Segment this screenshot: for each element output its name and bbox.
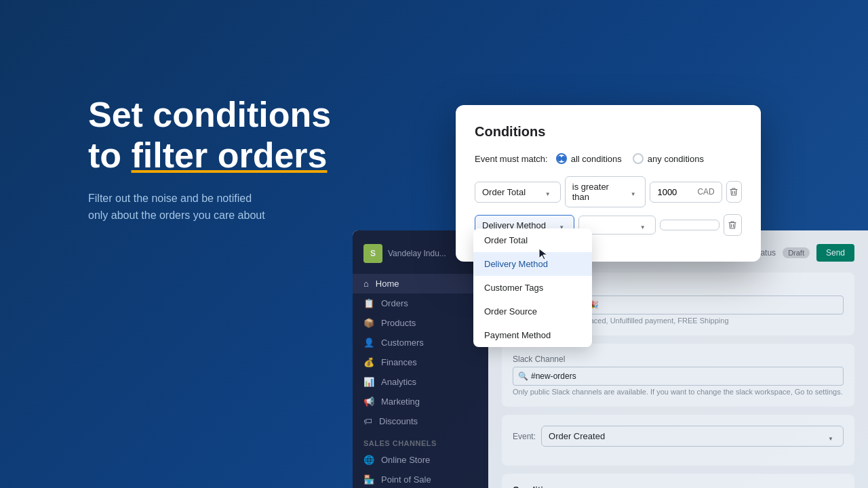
dropdown-item-customer-tags[interactable]: Customer Tags (473, 276, 592, 300)
subtext-line2: only about the orders you care about (88, 209, 265, 221)
all-conditions-radio-circle[interactable] (556, 153, 567, 164)
shopify-panel: S Vandelay Indu... ⌂ Home 📋 Orders 📦 Pro… (353, 230, 868, 488)
pos-label: Point of Sale (381, 474, 431, 485)
event-value: Order Created (549, 431, 605, 441)
home-icon: ⌂ (363, 279, 369, 289)
sidebar-store: Vandelay Indu... (388, 249, 446, 258)
slack-channel-section: Slack Channel 🔍 Only public Slack channe… (502, 344, 854, 407)
sidebar: S Vandelay Indu... ⌂ Home 📋 Orders 📦 Pro… (353, 230, 488, 488)
chevron-down-icon-4 (640, 221, 648, 229)
sidebar-item-marketing[interactable]: 📢 Marketing (353, 392, 488, 411)
condition-value-input-1[interactable] (657, 187, 694, 197)
headline-highlight: filter orders (132, 136, 328, 175)
any-conditions-radio-btn[interactable]: any conditions (633, 153, 704, 164)
all-conditions-radio-btn[interactable]: all conditions (556, 153, 622, 164)
event-section: Event: Order Created (502, 415, 854, 466)
radio-group: all conditions any conditions (556, 153, 704, 164)
event-label: Event: (513, 432, 536, 441)
slack-channel-input-wrap: 🔍 (513, 367, 844, 386)
customers-icon: 👤 (363, 338, 374, 348)
sidebar-item-discounts[interactable]: 🏷 Discounts (353, 411, 488, 431)
headline: Set conditions to filter orders (88, 95, 414, 176)
sidebar-item-customers[interactable]: 👤 Customers (353, 333, 488, 352)
sidebar-item-products-label: Products (381, 318, 416, 328)
chevron-down-icon-1 (545, 188, 553, 196)
sidebar-item-online-store[interactable]: 🌐 Online Store (353, 450, 488, 470)
slack-channel-label: Slack Channel (513, 354, 844, 364)
send-button[interactable]: Send (816, 244, 854, 262)
products-icon: 📦 (363, 318, 374, 328)
delete-condition-2-button[interactable] (724, 214, 742, 236)
sidebar-item-products[interactable]: 📦 Products (353, 313, 488, 333)
sidebar-item-marketing-label: Marketing (381, 396, 420, 407)
sidebar-item-finances[interactable]: 💰 Finances (353, 352, 488, 372)
condition-row-1: Order Total is greater than CAD (475, 176, 742, 207)
marketing-icon: 📢 (363, 396, 374, 407)
chevron-down-icon (828, 432, 836, 441)
trash-icon (729, 187, 738, 197)
pos-icon: 🏪 (363, 474, 374, 485)
search-icon: 🔍 (518, 371, 528, 381)
trash-icon-2 (728, 220, 737, 230)
conditions-title: Conditions (513, 485, 844, 488)
slack-channel-input[interactable] (513, 367, 844, 386)
event-select[interactable]: Order Created (541, 426, 844, 447)
event-match-label: Event must match: (475, 154, 548, 164)
modal-title: Conditions (475, 124, 742, 140)
dropdown-item-order-source[interactable]: Order Source (473, 300, 592, 323)
condition-operator-1[interactable]: is greater than (565, 176, 646, 207)
sidebar-item-analytics-label: Analytics (381, 377, 416, 387)
sidebar-item-discounts-label: Discounts (379, 416, 418, 426)
conditions-section: Conditions Send alerts when All conditio… (502, 474, 854, 488)
currency-code-1: CAD (697, 187, 714, 197)
analytics-icon: 📊 (363, 377, 374, 387)
left-section: Set conditions to filter orders Filter o… (88, 95, 414, 224)
sidebar-item-orders-label: Orders (381, 298, 408, 308)
shopify-logo: S (363, 244, 382, 263)
condition-value-1[interactable]: CAD (650, 182, 722, 203)
headline-line1: Set conditions (88, 95, 331, 134)
dropdown-item-payment-method[interactable]: Payment Method (473, 323, 592, 347)
headline-line2: to (88, 136, 132, 175)
dropdown-item-order-total[interactable]: Order Total (473, 228, 592, 252)
online-store-icon: 🌐 (363, 455, 374, 465)
sales-channels-label: Sales channels (353, 431, 488, 450)
condition-field-1[interactable]: Order Total (475, 182, 561, 203)
dropdown-item-delivery-method[interactable]: Delivery Method (473, 252, 592, 276)
finances-icon: 💰 (363, 357, 374, 367)
all-conditions-radio-label: all conditions (571, 154, 622, 164)
sidebar-item-home[interactable]: ⌂ Home (353, 274, 488, 293)
any-conditions-radio-label: any conditions (648, 154, 704, 164)
condition-field-1-value: Order Total (482, 187, 526, 197)
subtext: Filter out the noise and be notified onl… (88, 190, 414, 224)
event-match-row: Event must match: all conditions any con… (475, 153, 742, 164)
sidebar-item-customers-label: Customers (381, 338, 424, 348)
any-conditions-radio-circle[interactable] (633, 153, 644, 164)
online-store-label: Online Store (381, 455, 430, 465)
event-row: Event: Order Created (513, 426, 844, 447)
slack-channel-hint: Only public Slack channels are available… (513, 388, 844, 396)
sidebar-item-orders[interactable]: 📋 Orders (353, 293, 488, 313)
chevron-down-icon-2 (631, 188, 639, 196)
orders-icon: 📋 (363, 298, 374, 308)
condition-value-2[interactable] (660, 220, 719, 230)
field-dropdown-menu: Order Total Delivery Method Customer Tag… (473, 228, 592, 347)
delete-condition-1-button[interactable] (726, 181, 742, 203)
sidebar-item-pos[interactable]: 🏪 Point of Sale (353, 470, 488, 488)
status-badge: Draft (783, 247, 810, 258)
condition-operator-1-value: is greater than (572, 182, 627, 202)
discounts-icon: 🏷 (363, 416, 372, 426)
sidebar-item-analytics[interactable]: 📊 Analytics (353, 372, 488, 392)
sidebar-item-home-label: Home (376, 279, 399, 289)
sidebar-item-finances-label: Finances (381, 357, 417, 367)
subtext-line1: Filter out the noise and be notified (88, 192, 252, 204)
